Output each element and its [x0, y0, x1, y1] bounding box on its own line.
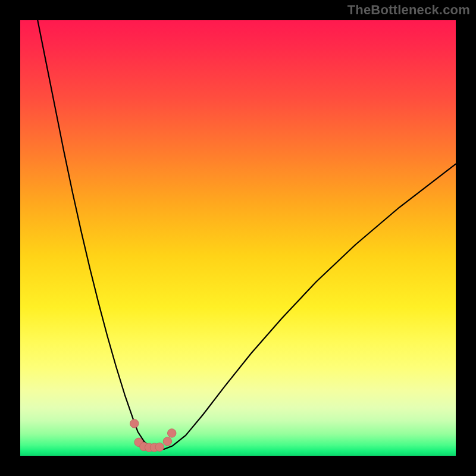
marker-dot	[130, 419, 139, 428]
chart-frame: TheBottleneck.com	[0, 0, 476, 476]
marker-dot	[163, 437, 171, 446]
watermark-text: TheBottleneck.com	[347, 2, 470, 18]
floor-markers	[20, 20, 456, 456]
marker-dot	[155, 443, 164, 451]
marker-dot	[168, 429, 176, 437]
plot-area	[20, 20, 456, 456]
